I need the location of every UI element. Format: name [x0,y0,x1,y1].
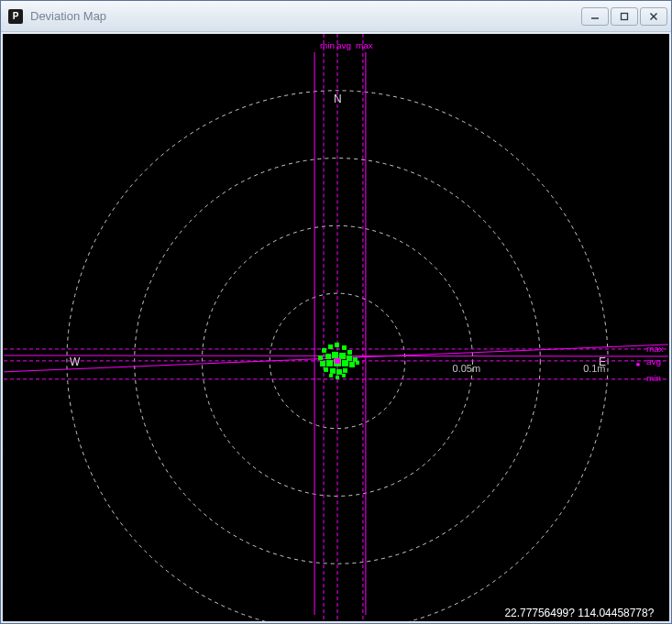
vlabel-avg: avg [336,40,351,50]
hlabel-avg: avg [646,356,661,367]
svg-rect-19 [349,362,355,367]
compass-w: W [70,356,81,368]
svg-rect-22 [330,368,336,374]
svg-rect-20 [356,361,359,365]
coord-readout: 22.77756499? 114.04458778? [504,607,654,619]
maximize-button[interactable] [611,7,638,26]
vlabel-min: min [320,40,335,50]
app-icon: P [8,9,23,24]
compass-s: S [335,619,342,621]
svg-rect-16 [326,360,333,367]
svg-rect-15 [320,361,325,367]
svg-rect-1 [622,13,628,19]
svg-rect-27 [342,374,346,378]
svg-rect-9 [318,356,323,360]
svg-rect-26 [336,376,339,379]
svg-rect-8 [347,350,352,355]
deviation-plot[interactable]: N S E W 0.05m 0.1m min avg max max avg [3,34,669,621]
svg-rect-21 [324,367,328,372]
svg-rect-4 [322,348,326,353]
hlabel-max: max [646,344,664,354]
minimize-button[interactable] [581,7,609,26]
hlabel-min: min [646,373,661,383]
svg-rect-5 [328,345,333,349]
titlebar[interactable]: P Deviation Map [1,1,671,32]
app-window: P Deviation Map N S E W [0,0,672,624]
svg-rect-25 [329,374,333,378]
svg-rect-10 [325,354,331,359]
right-marker-dot [636,363,640,367]
svg-rect-18 [342,360,348,367]
window-title: Deviation Map [30,9,581,23]
plot-svg: N S E W 0.05m 0.1m min avg max max avg [3,34,669,621]
svg-rect-23 [336,369,342,375]
svg-rect-6 [335,343,339,347]
svg-rect-24 [343,368,347,373]
svg-rect-7 [342,345,347,350]
vlabel-max: max [356,40,373,50]
range-label-2: 0.1m [583,363,605,374]
center-mark [335,358,340,364]
close-button[interactable] [640,7,667,26]
window-controls [581,7,667,26]
svg-rect-12 [339,353,346,359]
svg-rect-11 [332,352,338,358]
range-label-1: 0.05m [453,363,480,374]
